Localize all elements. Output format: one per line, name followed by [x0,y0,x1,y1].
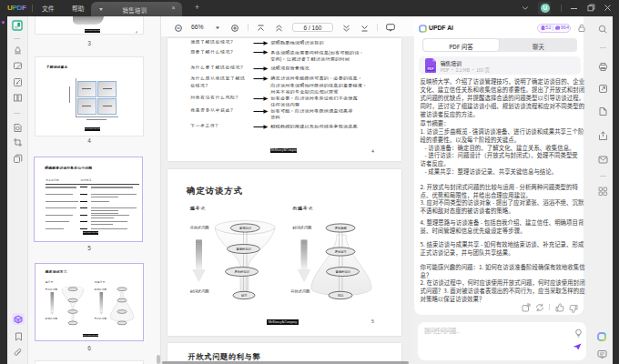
svg-text:具体的知识: 具体的知识 [234,268,249,273]
svg-text:具体细节: 具体细节 [334,248,347,253]
svg-text:PDF: PDF [427,67,434,71]
svg-text:直观认识: 直观认识 [239,225,252,229]
svg-text:细节: 细节 [241,292,248,297]
svg-text:普通的知识: 普通的知识 [236,246,251,250]
svg-text:具体数据: 具体数据 [334,225,347,229]
svg-text:结论: 结论 [338,292,344,297]
svg-text:普通的知识: 普通的知识 [335,268,350,273]
